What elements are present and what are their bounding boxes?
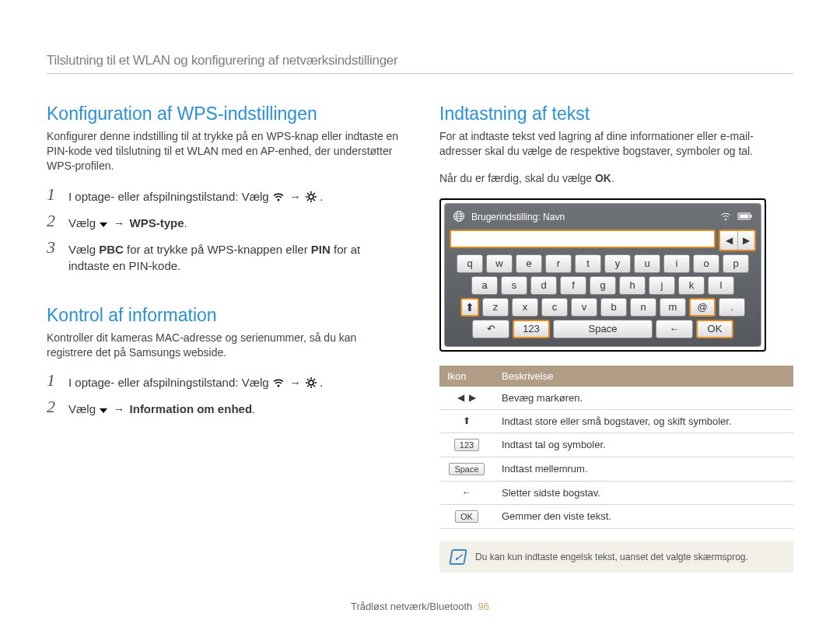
page-footer: Trådløst netværk/Bluetooth 96 bbox=[0, 601, 840, 612]
key-u[interactable]: u bbox=[634, 254, 660, 273]
wifi-icon bbox=[272, 377, 285, 388]
key-s[interactable]: s bbox=[501, 276, 527, 295]
key-e[interactable]: e bbox=[516, 254, 542, 273]
key-l[interactable]: l bbox=[708, 276, 734, 295]
shift-key[interactable]: ⬆ bbox=[460, 298, 479, 317]
svg-line-7 bbox=[313, 199, 315, 201]
key-f[interactable]: f bbox=[560, 276, 586, 295]
text-entry-title: Indtastning af tekst bbox=[439, 103, 793, 124]
svg-rect-28 bbox=[740, 214, 749, 218]
numbers-key[interactable]: 123 bbox=[513, 320, 550, 338]
keyboard-title: Brugerindstilling: Navn bbox=[471, 212, 565, 222]
key-row-1: q w e r t y u i o p bbox=[450, 254, 756, 273]
key-j[interactable]: j bbox=[649, 276, 675, 295]
key-t[interactable]: t bbox=[575, 254, 601, 273]
table-header-desc: Beskrivelse bbox=[494, 366, 793, 387]
svg-line-9 bbox=[313, 193, 315, 194]
svg-point-11 bbox=[309, 380, 313, 385]
key-h[interactable]: h bbox=[619, 276, 646, 295]
key-m[interactable]: m bbox=[660, 298, 686, 317]
numbers-icon: 123 bbox=[454, 439, 479, 451]
note-box: ✓ Du kan kun indtaste engelsk tekst, uan… bbox=[439, 541, 793, 573]
table-row: Space Indtast mellemrum. bbox=[439, 457, 793, 481]
svg-line-17 bbox=[313, 386, 315, 387]
key-d[interactable]: d bbox=[530, 276, 557, 295]
key-o[interactable]: o bbox=[693, 254, 719, 273]
cursor-right-button[interactable]: ▶ bbox=[737, 231, 754, 250]
step-number: 1 bbox=[47, 372, 61, 391]
ok-key[interactable]: OK bbox=[696, 320, 733, 338]
cursor-arrows-icon: ◀ ▶ bbox=[439, 387, 494, 410]
table-header-icon: Ikon bbox=[439, 366, 494, 387]
svg-point-25 bbox=[725, 218, 726, 219]
backspace-key[interactable]: ← bbox=[656, 320, 693, 338]
info-step1: I optage- eller afspilningstilstand: Væl… bbox=[68, 372, 401, 391]
dropdown-icon bbox=[99, 221, 108, 229]
step-number: 2 bbox=[47, 398, 61, 417]
key-n[interactable]: n bbox=[630, 298, 656, 317]
svg-line-18 bbox=[307, 386, 309, 387]
key-k[interactable]: k bbox=[678, 276, 705, 295]
shift-desc: Indtast store eller små bogstaver, og sk… bbox=[494, 409, 793, 433]
ok-icon: OK bbox=[455, 510, 478, 523]
page-header: Tilslutning til et WLAN og konfigurering… bbox=[47, 53, 793, 74]
key-g[interactable]: g bbox=[590, 276, 616, 295]
arrow-icon: → bbox=[288, 190, 303, 203]
info-steps: 1 I optage- eller afspilningstilstand: V… bbox=[47, 372, 401, 417]
ok-desc: Gemmer den viste tekst. bbox=[494, 504, 793, 528]
wps-title: Konfiguration af WPS-indstillingen bbox=[47, 103, 401, 124]
numbers-desc: Indtast tal og symboler. bbox=[494, 433, 793, 457]
key-c[interactable]: c bbox=[541, 298, 568, 317]
svg-line-6 bbox=[307, 193, 309, 194]
key-row-2: a s d f g h j k l bbox=[450, 276, 756, 295]
key-at[interactable]: @ bbox=[689, 298, 716, 317]
cursor-desc: Bevæg markøren. bbox=[494, 387, 793, 410]
key-w[interactable]: w bbox=[486, 254, 513, 273]
info-intro: Kontroller dit kameras MAC-adresse og se… bbox=[47, 331, 401, 360]
left-column: Konfiguration af WPS-indstillingen Konfi… bbox=[47, 103, 401, 573]
info-title: Kontrol af information bbox=[47, 305, 401, 326]
table-row: ← Sletter sidste bogstav. bbox=[439, 481, 793, 504]
key-y[interactable]: y bbox=[604, 254, 631, 273]
text-input[interactable] bbox=[450, 229, 716, 248]
key-a[interactable]: a bbox=[471, 276, 498, 295]
key-p[interactable]: p bbox=[723, 254, 749, 273]
key-i[interactable]: i bbox=[663, 254, 690, 273]
space-icon: Space bbox=[449, 463, 484, 475]
battery-icon bbox=[737, 212, 753, 223]
key-q[interactable]: q bbox=[457, 254, 483, 273]
key-z[interactable]: z bbox=[482, 298, 509, 317]
wps-step3: Vælg PBC for at trykke på WPS-knappen el… bbox=[68, 239, 401, 274]
key-x[interactable]: x bbox=[512, 298, 538, 317]
key-v[interactable]: v bbox=[571, 298, 597, 317]
key-b[interactable]: b bbox=[600, 298, 627, 317]
wifi-icon bbox=[272, 191, 285, 202]
svg-point-10 bbox=[277, 385, 279, 387]
key-dot[interactable]: . bbox=[719, 298, 745, 317]
wps-step1: I optage- eller afspilningstilstand: Væl… bbox=[68, 186, 401, 205]
table-row: OK Gemmer den viste tekst. bbox=[439, 504, 793, 528]
text-entry-p2: Når du er færdig, skal du vælge OK. bbox=[439, 171, 793, 186]
wps-steps: 1 I optage- eller afspilningstilstand: V… bbox=[47, 186, 401, 274]
back-key[interactable]: ↶ bbox=[472, 320, 509, 338]
table-row: ⬆ Indtast store eller små bogstaver, og … bbox=[439, 409, 793, 433]
info-icon: ✓ bbox=[449, 549, 467, 565]
table-row: 123 Indtast tal og symboler. bbox=[439, 433, 793, 457]
step-number: 3 bbox=[47, 239, 61, 274]
wifi-icon bbox=[720, 212, 731, 223]
right-column: Indtastning af tekst For at indtaste tek… bbox=[439, 103, 793, 573]
icon-table: Ikon Beskrivelse ◀ ▶ Bevæg markøren. ⬆ I… bbox=[439, 366, 793, 529]
dropdown-icon bbox=[99, 407, 108, 415]
space-key[interactable]: Space bbox=[553, 320, 653, 338]
globe-icon bbox=[453, 210, 465, 225]
key-r[interactable]: r bbox=[545, 254, 572, 273]
note-text: Du kan kun indtaste engelsk tekst, uanse… bbox=[475, 552, 748, 562]
step-number: 2 bbox=[47, 212, 61, 231]
keyboard-screenshot: Brugerindstilling: Navn ◀ ▶ bbox=[439, 198, 766, 352]
key-row-3: ⬆ z x c v b n m @ . bbox=[450, 298, 756, 317]
backspace-icon: ← bbox=[439, 481, 494, 504]
step-number: 1 bbox=[47, 186, 61, 205]
svg-line-19 bbox=[313, 379, 315, 380]
cursor-left-button[interactable]: ◀ bbox=[720, 231, 737, 250]
backspace-desc: Sletter sidste bogstav. bbox=[494, 481, 793, 504]
